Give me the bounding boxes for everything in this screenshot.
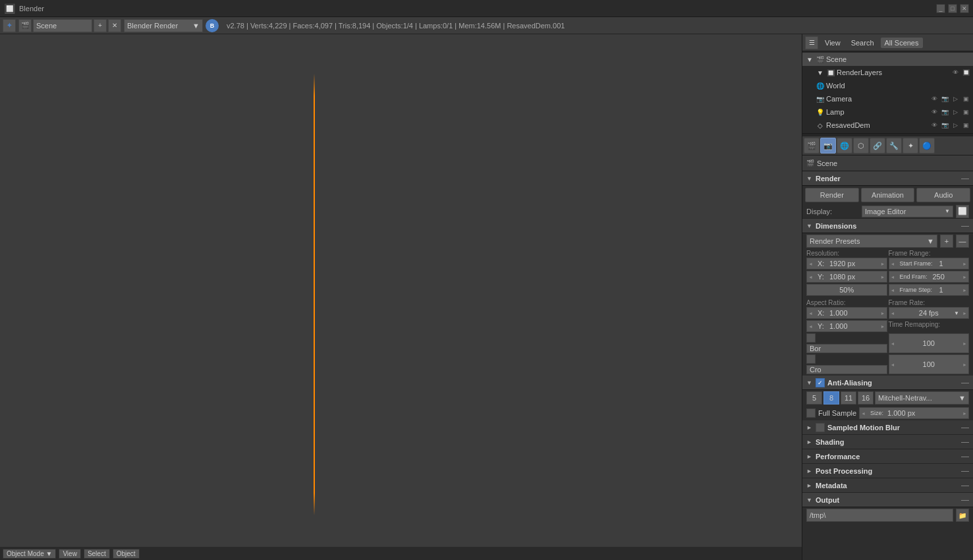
smb-checkbox[interactable] [816,423,825,432]
viewport-view-button[interactable]: View [59,549,81,559]
output-section-minus[interactable]: — [961,495,969,505]
perf-minus[interactable]: — [961,452,969,461]
render-section-minus[interactable]: — [961,174,969,183]
render-presets-selector[interactable]: Render Presets ▼ [806,235,937,248]
outliner-item-lamp[interactable]: 💡 Lamp 👁 📷 ▷ ▣ [802,105,973,119]
mesh-restrict-render-icon[interactable]: 📷 [940,121,949,130]
metadata-section[interactable]: ► Metadata — [802,478,973,493]
remove-preset-button[interactable]: — [956,235,969,248]
resolution-percent-field[interactable]: 50% [806,284,887,296]
dimensions-section-header[interactable]: ▼ Dimensions — [802,219,973,233]
output-section-header[interactable]: ▼ Output — [802,493,973,507]
physics-icon[interactable]: 🔵 [919,138,935,154]
crop-field[interactable]: Cro [806,365,887,374]
add-scene-button[interactable]: + [94,19,107,32]
world-properties-icon[interactable]: 🌐 [837,138,852,154]
aa-section-header[interactable]: ▼ ✓ Anti-Aliasing — [802,376,973,390]
full-sample-checkbox[interactable] [806,408,816,418]
aa-sample-8[interactable]: 8 [823,391,839,405]
aa-sample-5[interactable]: 5 [806,391,822,405]
camera-triangle-icon[interactable]: ▷ [951,94,960,103]
sampled-motion-blur-section[interactable]: ► Sampled Motion Blur — [802,420,973,435]
camera-actions: 👁 📷 ▷ ▣ [930,94,970,103]
animation-button[interactable]: Animation [861,188,915,202]
frame-rate-field[interactable]: 24 fps ▼ [889,307,970,319]
aa-sample-16[interactable]: 16 [858,391,874,405]
scene-selector[interactable]: 🎬 Scene + ✕ [18,19,121,32]
aspect-x-field[interactable]: X: 1.000 [806,307,887,319]
lamp-triangle-icon[interactable]: ▷ [951,107,960,117]
frame-step-field[interactable]: Frame Step: 1 [889,284,970,296]
meta-minus[interactable]: — [961,481,969,490]
shading-section[interactable]: ► Shading — [802,435,973,449]
viewport-mode-button[interactable]: Object Mode ▼ [3,549,56,559]
resolution-y-field[interactable]: Y: 1080 px [806,271,887,283]
aa-enable-checkbox[interactable]: ✓ [816,378,825,387]
render-button[interactable]: Render [805,188,859,202]
constraints-icon[interactable]: 🔗 [870,138,885,154]
main-toolbar: ✦ 🎬 Scene + ✕ Blender Render ▼ B v2.78 |… [0,17,973,34]
scene-name-input[interactable]: Scene [33,19,92,32]
search-button[interactable]: Search [847,38,878,48]
aspect-y-field[interactable]: Y: 1.000 [806,320,887,332]
aa-filter-selector[interactable]: Mitchell-Netrav... ▼ [875,391,969,405]
audio-button[interactable]: Audio [916,188,970,202]
outliner-item-scene[interactable]: ▼ 🎬 Scene [802,53,973,66]
particles-icon[interactable]: ✦ [903,138,918,154]
render-properties-icon[interactable]: 🎬 [804,138,820,154]
viewport-select-button[interactable]: Select [84,549,110,559]
close-button[interactable]: ✕ [960,4,969,13]
viewport[interactable]: Object Mode ▼ View Select Object [0,34,802,560]
resolution-x-field[interactable]: X: 1920 px [806,258,887,269]
lamp-eye-icon[interactable]: 👁 [930,107,939,117]
end-frame-field[interactable]: End Fram: 250 [889,271,970,283]
render-section-header[interactable]: ▼ Render — [802,171,973,186]
add-preset-button[interactable]: + [940,235,953,248]
display-options-icon[interactable]: ⬜ [956,205,969,218]
modifiers-icon[interactable]: 🔧 [886,138,902,154]
minimize-button[interactable]: _ [936,4,945,13]
output-browse-icon[interactable]: 📁 [956,509,969,522]
properties-content[interactable]: ▼ Render — Render Animation Audio Displa… [802,171,973,560]
outliner-item-resaveddem[interactable]: ◇ ResavedDem 👁 📷 ▷ ▣ [802,119,973,132]
time-remap-new-field[interactable]: 100 [889,354,970,374]
object-properties-icon[interactable]: ⬡ [853,138,869,154]
smb-minus[interactable]: — [961,423,969,432]
crop-checkbox[interactable] [806,354,816,364]
aa-sample-11[interactable]: 11 [841,391,856,405]
output-path-field[interactable]: /tmp\ [806,509,953,522]
pp-minus[interactable]: — [961,466,969,476]
render-engine-selector[interactable]: Blender Render ▼ [124,19,203,32]
lamp-extra-icon[interactable]: ▣ [961,107,970,117]
remove-scene-button[interactable]: ✕ [108,19,121,32]
dimensions-section-minus[interactable]: — [961,221,969,231]
time-remap-old-field[interactable]: 100 [889,333,970,353]
scene-properties-icon[interactable]: 📷 [820,138,836,154]
display-selector[interactable]: Image Editor ▼ [862,206,953,217]
scene-label: Scene [826,55,970,63]
outliner-item-renderlayers[interactable]: ▼ 🔲 RenderLayers 👁 🔲 [802,66,973,79]
post-processing-section[interactable]: ► Post Processing — [802,464,973,478]
outliner-item-camera[interactable]: 📷 Camera 👁 📷 ▷ ▣ [802,92,973,105]
aa-size-field[interactable]: Size: 1.000 px [859,407,969,419]
border-field[interactable]: Bor [806,344,887,353]
maximize-button[interactable]: □ [948,4,957,13]
mesh-eye-icon[interactable]: 👁 [930,121,939,130]
mesh-extra-icon[interactable]: ▣ [961,121,970,130]
camera-restrict-render-icon[interactable]: 📷 [940,94,949,103]
performance-section[interactable]: ► Performance — [802,449,973,464]
view-button[interactable]: View [821,38,845,48]
shading-minus[interactable]: — [961,437,969,447]
start-frame-field[interactable]: Start Frame: 1 [889,258,970,269]
border-checkbox[interactable] [806,333,816,343]
lamp-restrict-render-icon[interactable]: 📷 [940,107,949,117]
outliner-item-world[interactable]: 🌐 World [802,79,973,92]
camera-restrict-icon[interactable]: 🔲 [961,68,970,77]
camera-extra-icon[interactable]: ▣ [961,94,970,103]
viewport-object-button[interactable]: Object [113,549,140,559]
aa-section-minus[interactable]: — [961,378,969,387]
eye-icon[interactable]: 👁 [951,68,960,77]
camera-eye-icon[interactable]: 👁 [930,94,939,103]
all-scenes-button[interactable]: All Scenes [881,38,923,48]
mesh-triangle-icon[interactable]: ▷ [951,121,960,130]
